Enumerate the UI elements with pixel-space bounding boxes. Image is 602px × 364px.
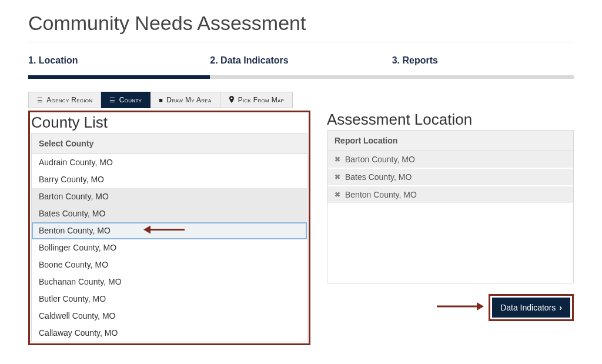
county-list-item[interactable]: Bates County, MO xyxy=(32,205,307,222)
county-list-item[interactable]: Bollinger County, MO xyxy=(32,239,307,256)
step-location[interactable]: 1. Location xyxy=(28,53,210,72)
county-list-item[interactable]: Barry County, MO xyxy=(32,171,307,188)
county-label: Bollinger County, MO xyxy=(39,243,116,252)
report-location-item: ✖Barton County, MO xyxy=(327,151,573,169)
county-label: Callaway County, MO xyxy=(39,328,118,338)
square-icon: ■ xyxy=(159,96,163,103)
tab-label: County xyxy=(119,96,142,104)
report-location-list: ✖Barton County, MO✖Bates County, MO✖Bent… xyxy=(327,151,573,283)
stepper-progress xyxy=(28,75,574,79)
step-reports[interactable]: 3. Reports xyxy=(392,53,574,72)
county-label: Caldwell County, MO xyxy=(39,311,115,320)
step-bar-1 xyxy=(28,75,210,79)
data-indicators-button[interactable]: Data Indicators › xyxy=(492,298,570,318)
tab-label: Draw My Area xyxy=(166,96,211,104)
assessment-panel: Report Location ✖Barton County, MO✖Bates… xyxy=(327,130,574,283)
stepper: 1. Location 2. Data Indicators 3. Report… xyxy=(28,53,574,72)
annotation-frame-button: Data Indicators › xyxy=(489,294,574,321)
step-bar-3 xyxy=(392,75,574,79)
tab-county[interactable]: ☰ County xyxy=(101,92,150,108)
county-list-item[interactable]: Boone County, MO xyxy=(32,256,307,273)
county-label: Barry County, MO xyxy=(39,175,104,184)
county-list-item[interactable]: Butler County, MO xyxy=(32,290,307,308)
county-label: Barton County, MO xyxy=(39,192,109,201)
svg-marker-3 xyxy=(477,302,484,310)
county-label: Audrain County, MO xyxy=(39,158,113,167)
county-list-item[interactable]: Benton County, MO xyxy=(32,222,307,239)
annotation-frame-county: County List Select County Audrain County… xyxy=(28,111,310,345)
remove-icon[interactable]: ✖ xyxy=(335,191,340,199)
report-location-label: Bates County, MO xyxy=(345,172,412,182)
annotation-arrow-right xyxy=(437,301,484,314)
divider xyxy=(28,42,574,42)
page-title: Community Needs Assessment xyxy=(28,12,574,35)
county-label: Bates County, MO xyxy=(39,209,105,218)
county-label: Buchanan County, MO xyxy=(39,277,122,286)
tab-label: Agency Region xyxy=(46,96,92,104)
assessment-header: Report Location xyxy=(327,131,573,151)
svg-marker-1 xyxy=(143,226,150,234)
county-list-title: County List xyxy=(31,113,307,132)
county-list-item[interactable]: Buchanan County, MO xyxy=(32,273,307,290)
step-data-indicators[interactable]: 2. Data Indicators xyxy=(210,53,392,72)
county-list-panel: Select County Audrain County, MOBarry Co… xyxy=(31,133,307,342)
county-list: Audrain County, MOBarry County, MOBarton… xyxy=(32,154,307,342)
tab-agency-region[interactable]: ☰ Agency Region xyxy=(28,92,101,108)
county-list-item[interactable]: Audrain County, MO xyxy=(32,154,307,171)
county-list-item[interactable]: Caldwell County, MO xyxy=(32,308,307,325)
chevron-right-icon: › xyxy=(559,303,562,312)
county-label: Butler County, MO xyxy=(39,294,106,303)
list-icon: ☰ xyxy=(109,96,115,104)
tab-pick-from-map[interactable]: Pick From Map xyxy=(220,92,293,108)
county-list-item[interactable]: Barton County, MO xyxy=(32,188,307,205)
report-location-label: Barton County, MO xyxy=(345,155,415,164)
report-location-label: Benton County, MO xyxy=(345,190,417,199)
county-label: Benton County, MO xyxy=(39,226,111,235)
remove-icon[interactable]: ✖ xyxy=(335,155,340,163)
report-location-item: ✖Benton County, MO xyxy=(327,186,573,204)
location-tabs: ☰ Agency Region ☰ County ■ Draw My Area … xyxy=(28,92,574,108)
tab-draw-my-area[interactable]: ■ Draw My Area xyxy=(150,92,220,108)
county-label: Boone County, MO xyxy=(39,260,108,269)
annotation-arrow-left xyxy=(143,225,185,236)
list-icon: ☰ xyxy=(37,96,43,104)
tab-label: Pick From Map xyxy=(238,96,285,104)
assessment-title: Assessment Location xyxy=(327,111,574,129)
county-list-item[interactable]: Callaway County, MO xyxy=(32,325,307,342)
step-bar-2 xyxy=(210,75,392,79)
county-list-header: Select County xyxy=(32,133,307,154)
report-location-item: ✖Bates County, MO xyxy=(327,169,573,186)
button-label: Data Indicators xyxy=(500,303,556,312)
footer-row: Data Indicators › xyxy=(327,294,574,321)
pin-icon xyxy=(229,96,235,104)
remove-icon[interactable]: ✖ xyxy=(335,173,340,181)
